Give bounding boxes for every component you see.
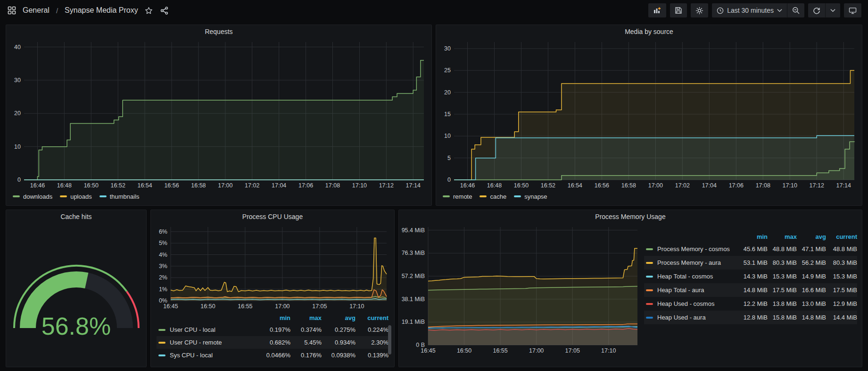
- column-header-min[interactable]: min: [738, 233, 768, 240]
- column-header-avg[interactable]: avg: [797, 233, 826, 240]
- series-toggle[interactable]: Heap Total - aura: [644, 287, 738, 294]
- min-value: 14.8 MiB: [738, 287, 768, 294]
- x-axis-tick: 17:02: [245, 182, 259, 189]
- column-header-max[interactable]: max: [768, 233, 797, 240]
- legend-label: downloads: [23, 193, 52, 200]
- panel-process-memory-usage: Process Memory Usage 0 B19.1 MiB38.1 MiB…: [398, 210, 862, 367]
- breadcrumb-section[interactable]: General: [23, 6, 50, 15]
- current-value: 2.30%: [355, 339, 389, 346]
- x-axis-tick: 16:55: [493, 347, 507, 354]
- min-value: 14.3 MiB: [738, 273, 768, 280]
- panel-title[interactable]: Process CPU Usage: [151, 210, 394, 223]
- series-toggle[interactable]: Sys CPU - local: [157, 352, 259, 359]
- column-header-current[interactable]: current: [355, 314, 389, 321]
- refresh-button[interactable]: [808, 3, 825, 17]
- avg-value: 14.9 MiB: [797, 273, 826, 280]
- series-toggle[interactable]: Process Memory - aura: [644, 259, 738, 266]
- dashboard-settings-button[interactable]: [691, 3, 708, 17]
- cycle-view-mode-button[interactable]: [844, 3, 861, 17]
- x-axis-tick: 17:06: [298, 182, 313, 189]
- y-axis-tick: 30: [14, 77, 21, 84]
- breadcrumb-separator: /: [55, 7, 59, 15]
- series-toggle[interactable]: Heap Total - cosmos: [644, 273, 738, 280]
- x-axis-tick: 17:04: [702, 182, 717, 189]
- y-axis-tick: 2%: [159, 274, 167, 281]
- series-toggle[interactable]: Heap Used - aura: [644, 314, 738, 321]
- time-controls: Last 30 minutes: [712, 3, 804, 17]
- dashboards-grid-icon[interactable]: [7, 5, 17, 16]
- time-range-picker[interactable]: Last 30 minutes: [712, 3, 787, 17]
- current-value: 0.139%: [355, 352, 389, 359]
- y-axis-tick: 10: [444, 133, 451, 139]
- series-toggle[interactable]: User CPU - remote: [157, 339, 259, 346]
- memory-chart[interactable]: 0 B19.1 MiB38.1 MiB57.2 MiB76.3 MiB95.4 …: [402, 223, 641, 354]
- legend-swatch: [646, 317, 653, 319]
- panel-title[interactable]: Cache hits: [6, 210, 146, 223]
- x-axis-tick: 16:54: [137, 182, 152, 189]
- max-value: 17.5 MiB: [768, 287, 797, 294]
- x-axis-tick: 16:45: [421, 347, 435, 354]
- series-toggle[interactable]: User CPU - local: [157, 326, 259, 333]
- panel-requests: Requests 01020304016:4616:4816:5016:5216…: [6, 25, 432, 206]
- share-icon[interactable]: [159, 6, 169, 16]
- refresh-icon: [813, 7, 820, 14]
- clock-icon: [717, 7, 724, 14]
- current-value: 0.224%: [355, 326, 389, 333]
- max-value: 0.374%: [290, 326, 322, 333]
- x-axis-tick: 16:52: [541, 182, 555, 189]
- y-axis-tick: 1%: [159, 286, 167, 293]
- x-axis-tick: 17:04: [272, 182, 286, 189]
- legend-item-downloads[interactable]: downloads: [13, 193, 52, 200]
- series-fill-downloads: [24, 60, 424, 180]
- x-axis-tick: 16:58: [621, 182, 636, 189]
- y-axis-tick: 5%: [159, 240, 167, 246]
- legend-item-cache[interactable]: cache: [479, 193, 506, 200]
- x-axis-tick: 16:58: [191, 182, 206, 189]
- column-header-current[interactable]: current: [826, 233, 857, 240]
- column-header-avg[interactable]: avg: [322, 314, 355, 321]
- avg-value: 47.1 MiB: [797, 245, 826, 253]
- column-header-max[interactable]: max: [290, 314, 322, 321]
- legend-scrollbar[interactable]: [388, 325, 391, 354]
- series-toggle[interactable]: Process Memory - cosmos: [644, 245, 738, 253]
- x-axis-tick: 17:00: [275, 303, 289, 310]
- legend-item-remote[interactable]: remote: [443, 193, 472, 200]
- legend-item-thumbnails[interactable]: thumbnails: [99, 193, 140, 200]
- x-axis-tick: 16:56: [164, 182, 179, 189]
- x-axis-tick: 17:08: [325, 182, 340, 189]
- current-value: 14.4 MiB: [826, 314, 857, 321]
- zoom-out-button[interactable]: [787, 3, 804, 17]
- x-axis-tick: 17:10: [783, 182, 797, 189]
- x-axis-tick: 17:10: [601, 347, 616, 354]
- column-header-min[interactable]: min: [259, 314, 290, 321]
- y-axis-tick: 57.2 MiB: [402, 273, 425, 279]
- max-value: 80.3 MiB: [768, 259, 797, 266]
- legend-table-row: Sys CPU - local0.0466%0.176%0.0938%0.139…: [157, 349, 389, 362]
- dashboard-header: General / Synapse Media Proxy: [0, 0, 868, 21]
- min-value: 0.682%: [259, 339, 290, 346]
- star-icon[interactable]: [144, 6, 154, 16]
- series-toggle[interactable]: Heap Used - cosmos: [644, 300, 738, 307]
- refresh-interval-dropdown[interactable]: [825, 3, 840, 17]
- panel-title[interactable]: Process Memory Usage: [399, 210, 862, 223]
- legend-item-uploads[interactable]: uploads: [60, 193, 92, 200]
- legend-item-synapse[interactable]: synapse: [514, 193, 547, 200]
- requests-chart[interactable]: 01020304016:4616:4816:5016:5216:5416:561…: [10, 38, 428, 189]
- min-value: 45.6 MiB: [738, 245, 768, 253]
- legend-label: thumbnails: [110, 193, 140, 200]
- panel-media-by-source: Media by source 05101520253016:4616:4816…: [436, 25, 862, 206]
- panel-title[interactable]: Requests: [6, 25, 431, 38]
- legend-table-row: Process Memory - cosmos45.6 MiB48.8 MiB4…: [644, 242, 857, 256]
- media-by-source-chart[interactable]: 05101520253016:4616:4816:5016:5216:5416:…: [440, 38, 858, 189]
- legend-swatch: [646, 289, 653, 291]
- avg-value: 56.2 MiB: [797, 259, 826, 266]
- add-panel-button[interactable]: [648, 3, 666, 17]
- cpu-chart[interactable]: 0%1%2%3%4%5%6%16:4516:5016:5517:0017:051…: [155, 223, 390, 310]
- breadcrumb-dashboard-title[interactable]: Synapse Media Proxy: [65, 6, 138, 15]
- x-axis-tick: 17:00: [529, 347, 544, 354]
- max-value: 15.8 MiB: [768, 314, 797, 321]
- refresh-controls: [808, 3, 840, 17]
- save-dashboard-button[interactable]: [670, 3, 687, 17]
- panel-title[interactable]: Media by source: [436, 25, 862, 38]
- avg-value: 0.275%: [322, 326, 355, 333]
